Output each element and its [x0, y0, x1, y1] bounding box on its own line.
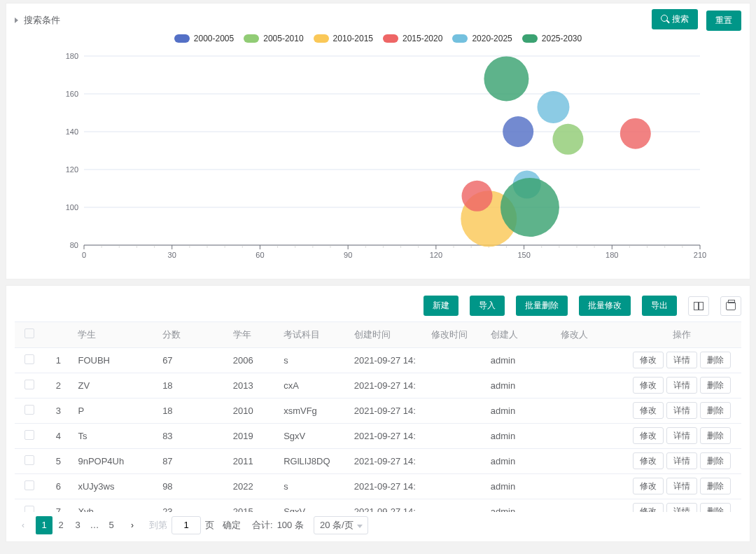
jump-input[interactable] — [172, 516, 201, 534]
cell-updated-at — [426, 347, 484, 373]
row-edit-button[interactable]: 修改 — [633, 402, 664, 419]
row-delete-button[interactable]: 删除 — [700, 452, 731, 469]
table-row: 4Ts832019SgxV2021-09-27 14:admin修改详情删除 — [15, 423, 741, 448]
table-row: 2ZV182013cxA2021-09-27 14:admin修改详情删除 — [15, 373, 741, 398]
cell-created-by: admin — [485, 398, 556, 423]
page-number[interactable]: 3 — [69, 516, 86, 534]
row-edit-button[interactable]: 修改 — [633, 452, 664, 469]
row-edit-button[interactable]: 修改 — [633, 478, 664, 494]
row-edit-button[interactable]: 修改 — [633, 427, 664, 444]
cell-created-at: 2021-09-27 14: — [349, 448, 426, 473]
import-button[interactable]: 导入 — [470, 296, 505, 316]
total-prefix: 合计: — [252, 519, 273, 532]
bulk-edit-button[interactable]: 批量修改 — [579, 296, 631, 316]
page-number[interactable]: 1 — [36, 516, 52, 534]
row-detail-button[interactable]: 详情 — [666, 377, 697, 394]
legend-item[interactable]: 2005-2010 — [244, 34, 303, 43]
page-number[interactable]: 5 — [103, 516, 120, 534]
legend-item[interactable]: 2000-2005 — [174, 34, 234, 43]
select-all-checkbox[interactable] — [24, 328, 34, 338]
legend-item[interactable]: 2015-2020 — [383, 34, 442, 43]
th-year: 学年 — [227, 322, 278, 348]
data-table: 学生 分数 学年 考试科目 创建时间 修改时间 创建人 修改人 操作 1FOUB… — [15, 322, 741, 512]
row-checkbox[interactable] — [24, 405, 34, 415]
print-button[interactable] — [720, 296, 741, 316]
row-delete-button[interactable]: 删除 — [700, 377, 731, 394]
cell-score: 83 — [157, 423, 227, 448]
search-button[interactable]: 搜索 — [652, 9, 698, 29]
row-checkbox[interactable] — [24, 455, 34, 465]
chart-bubble[interactable] — [462, 181, 493, 212]
cell-year: 2006 — [227, 347, 278, 373]
legend-label: 2000-2005 — [194, 34, 234, 43]
cell-student: Xvb — [72, 499, 157, 512]
columns-icon — [694, 302, 704, 310]
svg-text:150: 150 — [517, 251, 530, 259]
jump-confirm[interactable]: 确定 — [223, 519, 241, 532]
th-created-at: 创建时间 — [349, 322, 426, 348]
new-button[interactable]: 新建 — [424, 296, 458, 316]
cell-updated-by — [555, 398, 623, 423]
cell-subject: xsmVFg — [278, 398, 349, 423]
th-student: 学生 — [72, 322, 157, 348]
row-index: 3 — [44, 398, 72, 423]
cell-updated-at — [426, 473, 484, 499]
page-ellipsis: … — [86, 516, 103, 534]
row-edit-button[interactable]: 修改 — [633, 377, 664, 394]
row-detail-button[interactable]: 详情 — [666, 402, 697, 419]
page-number[interactable]: 2 — [52, 516, 69, 534]
cell-year: 2011 — [227, 448, 278, 473]
row-edit-button[interactable]: 修改 — [633, 352, 664, 368]
row-checkbox[interactable] — [24, 380, 34, 389]
legend-label: 2015-2020 — [402, 34, 442, 43]
legend-item[interactable]: 2020-2025 — [452, 34, 512, 43]
bulk-delete-button[interactable]: 批量删除 — [516, 296, 568, 316]
chart-bubble[interactable] — [620, 118, 651, 149]
legend-item[interactable]: 2010-2015 — [314, 34, 373, 43]
row-detail-button[interactable]: 详情 — [666, 427, 697, 444]
row-checkbox[interactable] — [24, 430, 34, 440]
cell-student: FOUBH — [72, 347, 157, 373]
chart-bubble[interactable] — [484, 57, 528, 102]
export-button[interactable]: 导出 — [642, 296, 677, 316]
row-index: 7 — [44, 499, 72, 512]
svg-text:120: 120 — [66, 165, 78, 174]
chart-bubble[interactable] — [537, 91, 569, 123]
cell-updated-by — [555, 448, 623, 473]
row-detail-button[interactable]: 详情 — [666, 352, 697, 368]
row-detail-button[interactable]: 详情 — [666, 452, 697, 469]
table-scroll[interactable]: 学生 分数 学年 考试科目 创建时间 修改时间 创建人 修改人 操作 1FOUB… — [15, 321, 741, 512]
svg-text:140: 140 — [66, 127, 78, 136]
svg-text:0: 0 — [82, 251, 86, 259]
chart-bubble[interactable] — [503, 116, 533, 147]
columns-settings-button[interactable] — [688, 296, 709, 316]
svg-text:60: 60 — [255, 251, 264, 259]
chart-bubble[interactable] — [500, 178, 559, 237]
cell-score: 18 — [157, 373, 227, 398]
page-size-select[interactable]: 20 条/页 — [314, 516, 368, 534]
cell-student: Ts — [72, 423, 157, 448]
chart-bubble[interactable] — [552, 124, 583, 155]
page-next[interactable]: › — [124, 516, 141, 534]
row-detail-button[interactable]: 详情 — [666, 478, 697, 494]
search-title: 搜索条件 — [24, 14, 60, 27]
row-delete-button[interactable]: 删除 — [700, 427, 731, 444]
row-checkbox[interactable] — [24, 506, 34, 512]
page-prev[interactable]: ‹ — [15, 516, 31, 534]
row-checkbox[interactable] — [24, 354, 34, 364]
row-delete-button[interactable]: 删除 — [700, 402, 731, 419]
cell-score: 18 — [157, 398, 227, 423]
cell-updated-at — [426, 398, 484, 423]
table-row: 7Xvb232015SgxV2021-09-27 14:admin修改详情删除 — [15, 499, 741, 512]
row-checkbox[interactable] — [24, 480, 34, 490]
reset-button[interactable]: 重置 — [706, 11, 741, 31]
row-delete-button[interactable]: 删除 — [700, 478, 731, 494]
row-edit-button[interactable]: 修改 — [633, 503, 664, 512]
row-delete-button[interactable]: 删除 — [700, 503, 731, 512]
cell-score: 23 — [157, 499, 227, 512]
search-collapse-toggle[interactable]: 搜索条件 — [15, 14, 60, 27]
svg-text:80: 80 — [70, 241, 78, 249]
row-delete-button[interactable]: 删除 — [700, 352, 731, 368]
row-detail-button[interactable]: 详情 — [666, 503, 697, 512]
legend-item[interactable]: 2025-2030 — [522, 34, 582, 43]
